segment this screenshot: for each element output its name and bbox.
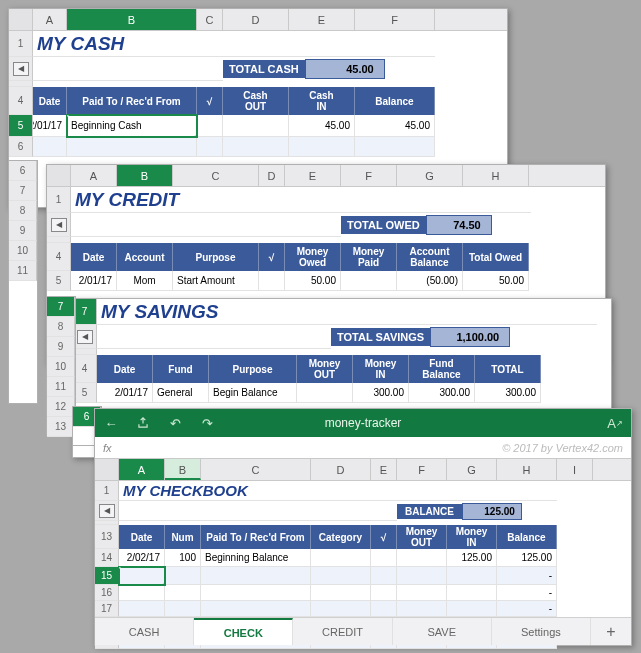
cell-purpose[interactable]: Begin Balance	[209, 383, 297, 403]
collapse-toggle[interactable]: ◀	[13, 62, 29, 76]
column-headers[interactable]: A B C D E F G H	[47, 165, 605, 187]
row-9c[interactable]: 9	[47, 337, 75, 357]
row-7l[interactable]: 7	[9, 181, 37, 201]
col-c[interactable]: C	[197, 9, 223, 30]
row-1c[interactable]: 1	[95, 481, 119, 501]
row-10l[interactable]: 10	[9, 241, 37, 261]
row-10c[interactable]: 10	[47, 357, 75, 377]
col-d[interactable]: D	[259, 165, 285, 186]
tab-save[interactable]: SAVE	[393, 618, 492, 645]
row-5[interactable]: 5	[9, 115, 33, 137]
collapse-toggle[interactable]: ◀	[99, 504, 115, 518]
row-9l[interactable]: 9	[9, 221, 37, 241]
row-8l[interactable]: 8	[9, 201, 37, 221]
cell-total[interactable]: 300.00	[475, 383, 541, 403]
col-f[interactable]: F	[355, 9, 435, 30]
col-b[interactable]: B	[165, 459, 201, 480]
row-2c[interactable]: ◀	[95, 501, 119, 521]
col-c[interactable]: C	[173, 165, 259, 186]
row-14c[interactable]: 14	[95, 549, 119, 567]
cell-in[interactable]: 300.00	[353, 383, 409, 403]
select-all-corner[interactable]	[95, 459, 119, 480]
cell-acct[interactable]: Mom	[117, 271, 173, 291]
col-a[interactable]: A	[33, 9, 67, 30]
row-13c[interactable]: 13	[95, 525, 119, 549]
cell-check[interactable]	[371, 549, 397, 567]
col-d[interactable]: D	[311, 459, 371, 480]
col-i[interactable]: I	[557, 459, 593, 480]
col-c[interactable]: C	[201, 459, 311, 480]
col-b[interactable]: B	[117, 165, 173, 186]
cell-bal-17[interactable]: -	[497, 601, 557, 617]
col-e[interactable]: E	[285, 165, 341, 186]
formula-bar[interactable]: fx © 2017 by Vertex42.com	[95, 437, 631, 459]
row-13c[interactable]: 13	[47, 417, 75, 437]
cell-fund[interactable]: General	[153, 383, 209, 403]
row-5s[interactable]: 5	[73, 383, 97, 403]
add-sheet-button[interactable]: +	[591, 623, 631, 641]
tab-cash[interactable]: CASH	[95, 618, 194, 645]
cell-date[interactable]: 2/01/17	[71, 271, 117, 291]
cell-out[interactable]	[397, 549, 447, 567]
col-h[interactable]: H	[463, 165, 529, 186]
column-headers[interactable]: A B C D E F G H I	[95, 459, 631, 481]
row-4s[interactable]: 4	[73, 355, 97, 383]
col-e[interactable]: E	[289, 9, 355, 30]
cell-check[interactable]	[197, 115, 223, 137]
cell-out[interactable]	[223, 115, 289, 137]
col-e[interactable]: E	[371, 459, 397, 480]
row-5[interactable]: 5	[47, 271, 71, 291]
tab-settings[interactable]: Settings	[492, 618, 591, 645]
cell-check[interactable]	[259, 271, 285, 291]
cell-cat[interactable]	[311, 549, 371, 567]
row-1[interactable]: 1	[9, 31, 33, 57]
row-8[interactable]: ◀	[73, 325, 97, 349]
collapse-toggle[interactable]: ◀	[51, 218, 67, 232]
row-8c[interactable]: 8	[47, 317, 75, 337]
row-6[interactable]: 6	[9, 137, 33, 157]
undo-icon[interactable]: ↶	[159, 409, 191, 437]
cell-bal-15[interactable]: -	[497, 567, 557, 585]
col-a[interactable]: A	[71, 165, 117, 186]
cell-date[interactable]: 2/01/17	[33, 115, 67, 137]
collapse-toggle[interactable]: ◀	[77, 330, 93, 344]
cell-paidto[interactable]: Beginning Cash ▼	[67, 115, 197, 137]
col-f[interactable]: F	[397, 459, 447, 480]
cell-owed[interactable]: 50.00	[285, 271, 341, 291]
cell-out[interactable]	[297, 383, 353, 403]
cell-bal[interactable]: 45.00	[355, 115, 435, 137]
row-12c[interactable]: 12	[47, 397, 75, 417]
row-2[interactable]: ◀	[9, 57, 33, 81]
cell-date[interactable]: 2/02/17	[119, 549, 165, 567]
cell-fbal[interactable]: 300.00	[409, 383, 475, 403]
redo-icon[interactable]: ↷	[191, 409, 223, 437]
cell-bal-16[interactable]: -	[497, 585, 557, 601]
col-d[interactable]: D	[223, 9, 289, 30]
row-6l[interactable]: 6	[9, 161, 37, 181]
row-4[interactable]: 4	[47, 243, 71, 271]
select-all-corner[interactable]	[9, 9, 33, 30]
cell-num[interactable]: 100	[165, 549, 201, 567]
col-f[interactable]: F	[341, 165, 397, 186]
row-1[interactable]: 1	[47, 187, 71, 213]
row-15c[interactable]: 15	[95, 567, 119, 585]
back-icon[interactable]: ←	[95, 409, 127, 437]
cell-bal[interactable]: 125.00	[497, 549, 557, 567]
tab-check[interactable]: CHECK	[194, 618, 293, 645]
cell-paid[interactable]	[341, 271, 397, 291]
row-2[interactable]: ◀	[47, 213, 71, 237]
cell-date[interactable]: 2/01/17	[97, 383, 153, 403]
tab-credit[interactable]: CREDIT	[293, 618, 392, 645]
cell-purpose[interactable]: Start Amount	[173, 271, 259, 291]
column-headers[interactable]: A B C D E F	[9, 9, 507, 31]
col-g[interactable]: G	[397, 165, 463, 186]
col-a[interactable]: A	[119, 459, 165, 480]
row-16c[interactable]: 16	[95, 585, 119, 601]
row-11l[interactable]: 11	[9, 261, 37, 281]
row-11c[interactable]: 11	[47, 377, 75, 397]
cell-paidto[interactable]: Beginning Balance	[201, 549, 311, 567]
share-icon[interactable]	[127, 409, 159, 437]
col-b[interactable]: B	[67, 9, 197, 30]
cell-sel[interactable]	[119, 567, 165, 585]
cell-in[interactable]: 125.00	[447, 549, 497, 567]
